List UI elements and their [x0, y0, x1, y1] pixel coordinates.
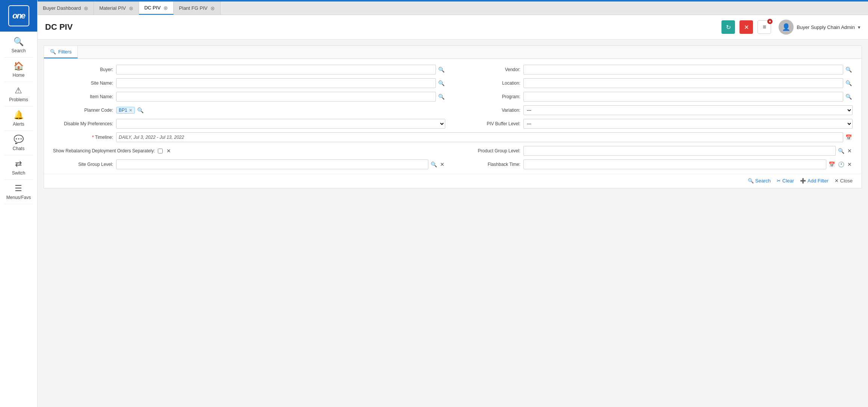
program-search-icon[interactable]: 🔍 — [845, 93, 853, 100]
variation-select[interactable]: --- Option1 Option2 — [523, 105, 853, 115]
location-label: Location: — [460, 80, 520, 86]
disable-prefs-row: Disable My Preferences: — [53, 119, 445, 129]
site-name-input[interactable] — [116, 78, 436, 88]
site-name-input-wrap: 🔍 — [116, 78, 445, 88]
show-rebalancing-clear-icon[interactable]: ✕ — [166, 147, 172, 155]
product-group-search-icon[interactable]: 🔍 — [837, 147, 845, 155]
close-action[interactable]: ✕ Close — [835, 178, 853, 184]
show-rebalancing-label: Show Rebalancing Deployment Orders Separ… — [53, 148, 155, 153]
program-input-wrap: 🔍 — [523, 92, 853, 102]
close-button[interactable]: ✕ — [739, 20, 753, 34]
tab-label-buyer-dashboard: Buyer Dashboard — [43, 5, 81, 11]
timeline-input[interactable] — [116, 132, 843, 142]
sidebar-item-label-alerts: Alerts — [13, 121, 24, 127]
item-name-input[interactable] — [116, 92, 436, 102]
tab-close-dc-piv[interactable]: ⊗ — [163, 5, 168, 11]
logo-area: one — [0, 0, 37, 32]
filter-actions: 🔍 Search ✂ Clear ➕ Add Filter ✕ Close — [44, 174, 862, 188]
tab-close-buyer-dashboard[interactable]: ⊗ — [84, 6, 88, 11]
close-action-icon: ✕ — [835, 178, 839, 184]
search-action-icon: 🔍 — [748, 178, 754, 184]
alerts-icon: 🔔 — [14, 110, 24, 120]
planner-code-label: Planner Code: — [53, 108, 113, 113]
buyer-input-wrap: 🔍 — [116, 65, 445, 74]
site-group-input[interactable] — [116, 159, 428, 169]
vendor-row: Vendor: 🔍 — [460, 65, 853, 74]
tab-label-plant-fg-piv: Plant FG PIV — [179, 5, 207, 11]
sidebar-item-chats[interactable]: 💬 Chats — [4, 131, 33, 155]
sidebar-item-problems[interactable]: ⚠ Problems — [4, 82, 33, 106]
tab-close-material-piv[interactable]: ⊗ — [129, 6, 133, 11]
page-header: DC PIV ↻ ✕ ≡ ★ 👤 Buyer Supply Chain Admi… — [38, 15, 868, 39]
notification-wrap: ≡ ★ — [758, 20, 771, 34]
sidebar-item-home[interactable]: 🏠 Home — [4, 58, 33, 82]
tab-dc-piv[interactable]: DC PIV ⊗ — [139, 2, 174, 15]
timeline-calendar-icon[interactable]: 📅 — [845, 134, 853, 141]
planner-code-search-icon[interactable]: 🔍 — [136, 106, 144, 114]
disable-prefs-select[interactable] — [116, 119, 445, 129]
buyer-input[interactable] — [116, 65, 436, 74]
problems-icon: ⚠ — [15, 86, 22, 96]
piv-buffer-select[interactable]: --- Level1 Level2 — [523, 119, 853, 129]
vendor-search-icon[interactable]: 🔍 — [845, 66, 853, 73]
site-group-label: Site Group Level: — [53, 162, 113, 167]
site-name-search-icon[interactable]: 🔍 — [437, 79, 445, 87]
sidebar-item-switch[interactable]: ⇄ Switch — [4, 155, 33, 180]
filter-panel: 🔍 Filters Buyer: 🔍 Vendor: — [44, 46, 862, 188]
filter-icon: 🔍 — [50, 49, 56, 55]
tab-label-material-piv: Material PIV — [99, 5, 126, 11]
program-input[interactable] — [523, 92, 843, 102]
add-filter-icon: ➕ — [800, 178, 806, 184]
flashback-calendar-icon[interactable]: 📅 — [828, 161, 836, 168]
tab-close-plant-fg-piv[interactable]: ⊗ — [210, 6, 215, 11]
flashback-clock-icon[interactable]: 🕐 — [837, 161, 845, 168]
search-action[interactable]: 🔍 Search — [748, 178, 771, 184]
tab-plant-fg-piv[interactable]: Plant FG PIV ⊗ — [174, 2, 221, 15]
program-row: Program: 🔍 — [460, 92, 853, 102]
variation-row: Variation: --- Option1 Option2 — [460, 105, 853, 115]
tab-filters[interactable]: 🔍 Filters — [44, 46, 78, 58]
planner-code-tag-remove[interactable]: ✕ — [129, 108, 132, 113]
product-group-input[interactable] — [523, 146, 836, 156]
item-name-row: Item Name: 🔍 — [53, 92, 445, 102]
vendor-input[interactable] — [523, 65, 843, 74]
refresh-button[interactable]: ↻ — [721, 20, 735, 34]
home-icon: 🏠 — [14, 61, 24, 71]
site-group-search-icon[interactable]: 🔍 — [430, 161, 438, 168]
sidebar-item-search[interactable]: 🔍 Search — [4, 33, 33, 58]
site-name-row: Site Name: 🔍 — [53, 78, 445, 88]
item-name-search-icon[interactable]: 🔍 — [437, 93, 445, 100]
disable-prefs-label: Disable My Preferences: — [53, 121, 113, 126]
show-rebalancing-row: Show Rebalancing Deployment Orders Separ… — [53, 146, 445, 156]
clear-action[interactable]: ✂ Clear — [777, 178, 794, 184]
sidebar-item-menus[interactable]: ☰ Menus/Favs — [4, 180, 33, 204]
user-chevron-icon[interactable]: ▾ — [858, 24, 860, 30]
sidebar-item-alerts[interactable]: 🔔 Alerts — [4, 106, 33, 131]
tab-buyer-dashboard[interactable]: Buyer Dashboard ⊗ — [38, 2, 94, 15]
disable-prefs-input-wrap — [116, 119, 445, 129]
clear-action-icon: ✂ — [777, 178, 781, 184]
vendor-input-wrap: 🔍 — [523, 65, 853, 74]
add-filter-action[interactable]: ➕ Add Filter — [800, 178, 829, 184]
location-search-icon[interactable]: 🔍 — [845, 79, 853, 87]
piv-buffer-label: PIV Buffer Level: — [460, 121, 520, 126]
location-input[interactable] — [523, 78, 843, 88]
tab-bar: Buyer Dashboard ⊗ Material PIV ⊗ DC PIV … — [38, 2, 868, 15]
location-input-wrap: 🔍 — [523, 78, 853, 88]
timeline-input-wrap: 📅 — [116, 132, 853, 142]
site-group-clear-icon[interactable]: ✕ — [439, 161, 445, 168]
sidebar: one 🔍 Search 🏠 Home ⚠ Problems 🔔 Alerts … — [0, 0, 38, 407]
buyer-search-icon[interactable]: 🔍 — [437, 66, 445, 73]
product-group-row: Product Group Level: 🔍 ✕ — [460, 146, 853, 156]
planner-code-row: Planner Code: BP1 ✕ 🔍 — [53, 105, 445, 115]
show-rebalancing-checkbox[interactable] — [158, 149, 163, 153]
flashback-input[interactable] — [523, 159, 826, 169]
show-rebalancing-input-wrap: ✕ — [158, 147, 445, 155]
flashback-clear-icon[interactable]: ✕ — [847, 161, 853, 168]
main-area: Buyer Dashboard ⊗ Material PIV ⊗ DC PIV … — [38, 0, 868, 407]
product-group-label: Product Group Level: — [460, 148, 520, 153]
timeline-label: Timeline: — [53, 135, 113, 140]
tab-material-piv[interactable]: Material PIV ⊗ — [94, 2, 139, 15]
product-group-clear-icon[interactable]: ✕ — [847, 147, 853, 155]
user-name: Buyer Supply Chain Admin — [797, 24, 855, 30]
